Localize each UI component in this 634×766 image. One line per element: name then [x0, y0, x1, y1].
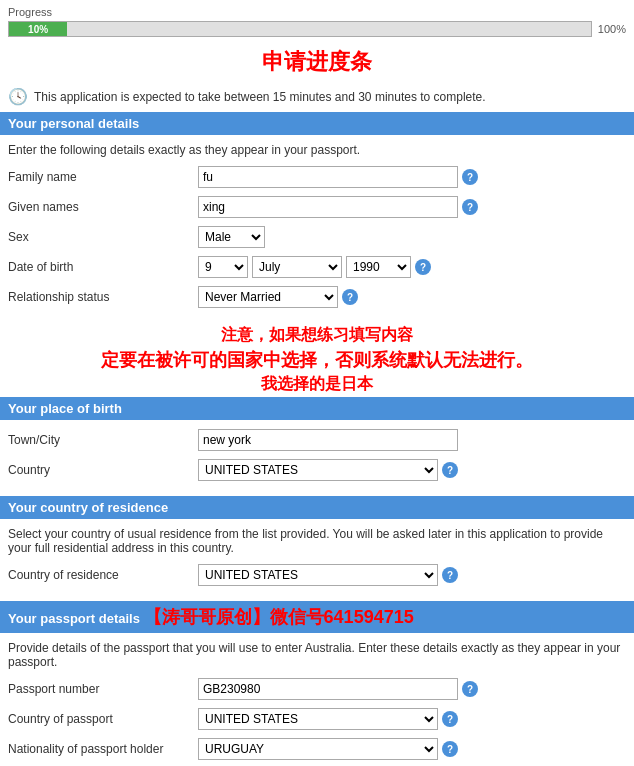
nationality-select[interactable]: URUGUAY UNITED STATES AUSTRALIA [198, 738, 438, 760]
passport-header: Your passport details 【涛哥哥原创】微信号64159471… [0, 601, 634, 633]
sex-label: Sex [8, 230, 198, 244]
progress-label: Progress [8, 6, 626, 18]
relationship-label: Relationship status [8, 290, 198, 304]
family-name-input[interactable] [198, 166, 458, 188]
passport-country-controls: UNITED STATES AUSTRALIA JAPAN ? [198, 708, 626, 730]
nationality-controls: URUGUAY UNITED STATES AUSTRALIA ? [198, 738, 626, 760]
nationality-label: Nationality of passport holder [8, 742, 198, 756]
progress-bar-container: 10% 100% [8, 21, 626, 37]
progress-end: 100% [598, 23, 626, 35]
sex-row: Sex Male Female [8, 225, 626, 249]
birth-country-select[interactable]: UNITED STATES AUSTRALIA JAPAN UNITED KIN… [198, 459, 438, 481]
given-names-row: Given names ? [8, 195, 626, 219]
town-input[interactable] [198, 429, 458, 451]
overlay-note3: 我选择的是日本 [0, 374, 634, 395]
relationship-row: Relationship status Never Married Marrie… [8, 285, 626, 309]
given-names-input[interactable] [198, 196, 458, 218]
birth-country-controls: UNITED STATES AUSTRALIA JAPAN UNITED KIN… [198, 459, 626, 481]
family-name-row: Family name ? [8, 165, 626, 189]
personal-details-body: Enter the following details exactly as t… [0, 135, 634, 323]
residence-desc: Select your country of usual residence f… [8, 527, 626, 555]
passport-number-help-icon[interactable]: ? [462, 681, 478, 697]
dob-year-select[interactable]: 1990198519861987 198819891991 [346, 256, 411, 278]
time-estimate: 🕓 This application is expected to take b… [0, 81, 634, 112]
passport-number-row: Passport number ? [8, 677, 626, 701]
passport-desc: Provide details of the passport that you… [8, 641, 626, 669]
birth-country-row: Country UNITED STATES AUSTRALIA JAPAN UN… [8, 458, 626, 482]
dob-controls: 9 12345 6781011 12131415 JanuaryFebruary… [198, 256, 626, 278]
town-label: Town/City [8, 433, 198, 447]
place-of-birth-section: Your place of birth Town/City Country UN… [0, 397, 634, 496]
passport-country-label: Country of passport [8, 712, 198, 726]
passport-section: Your passport details 【涛哥哥原创】微信号64159471… [0, 601, 634, 766]
relationship-help-icon[interactable]: ? [342, 289, 358, 305]
place-of-birth-header: Your place of birth [0, 397, 634, 420]
residence-country-select[interactable]: UNITED STATES AUSTRALIA JAPAN UNITED KIN… [198, 564, 438, 586]
nationality-help-icon[interactable]: ? [442, 741, 458, 757]
dob-day-select[interactable]: 9 12345 6781011 12131415 [198, 256, 248, 278]
personal-details-desc: Enter the following details exactly as t… [8, 143, 626, 157]
family-name-label: Family name [8, 170, 198, 184]
progress-bar-inner: 10% [9, 22, 67, 36]
sex-controls: Male Female [198, 226, 626, 248]
progress-percent: 10% [28, 24, 48, 35]
sex-select[interactable]: Male Female [198, 226, 265, 248]
passport-header-text: Your passport details [8, 611, 140, 626]
family-name-controls: ? [198, 166, 626, 188]
progress-bar-outer: 10% [8, 21, 592, 37]
dob-month-select[interactable]: JanuaryFebruaryMarchApril MayJuneJulyAug… [252, 256, 342, 278]
relationship-select[interactable]: Never Married Married Divorced Widowed [198, 286, 338, 308]
birth-country-help-icon[interactable]: ? [442, 462, 458, 478]
passport-number-controls: ? [198, 678, 626, 700]
personal-details-header: Your personal details [0, 112, 634, 135]
dob-help-icon[interactable]: ? [415, 259, 431, 275]
residence-country-label: Country of residence [8, 568, 198, 582]
relationship-controls: Never Married Married Divorced Widowed ? [198, 286, 626, 308]
passport-number-input[interactable] [198, 678, 458, 700]
residence-section: Your country of residence Select your co… [0, 496, 634, 601]
birth-country-label: Country [8, 463, 198, 477]
residence-body: Select your country of usual residence f… [0, 519, 634, 601]
residence-header: Your country of residence [0, 496, 634, 519]
passport-number-label: Passport number [8, 682, 198, 696]
brand-overlay: 【涛哥哥原创】微信号641594715 [144, 607, 414, 627]
given-names-label: Given names [8, 200, 198, 214]
residence-country-row: Country of residence UNITED STATES AUSTR… [8, 563, 626, 587]
family-name-help-icon[interactable]: ? [462, 169, 478, 185]
overlay-note1: 注意，如果想练习填写内容 [0, 325, 634, 346]
given-names-help-icon[interactable]: ? [462, 199, 478, 215]
given-names-controls: ? [198, 196, 626, 218]
time-estimate-text: This application is expected to take bet… [34, 90, 486, 104]
dob-row: Date of birth 9 12345 6781011 12131415 J… [8, 255, 626, 279]
place-of-birth-body: Town/City Country UNITED STATES AUSTRALI… [0, 420, 634, 496]
passport-country-select[interactable]: UNITED STATES AUSTRALIA JAPAN [198, 708, 438, 730]
clock-icon: 🕓 [8, 87, 28, 106]
dob-label: Date of birth [8, 260, 198, 274]
overlay-note2: 定要在被许可的国家中选择，否则系统默认无法进行。 [0, 348, 634, 372]
town-controls [198, 429, 626, 451]
passport-body: Provide details of the passport that you… [0, 633, 634, 766]
overlay-title: 申请进度条 [0, 47, 634, 77]
nationality-row: Nationality of passport holder URUGUAY U… [8, 737, 626, 761]
residence-help-icon[interactable]: ? [442, 567, 458, 583]
progress-section: Progress 10% 100% [0, 0, 634, 43]
town-row: Town/City [8, 428, 626, 452]
passport-country-help-icon[interactable]: ? [442, 711, 458, 727]
residence-country-controls: UNITED STATES AUSTRALIA JAPAN UNITED KIN… [198, 564, 626, 586]
personal-details-section: Your personal details Enter the followin… [0, 112, 634, 323]
passport-country-row: Country of passport UNITED STATES AUSTRA… [8, 707, 626, 731]
